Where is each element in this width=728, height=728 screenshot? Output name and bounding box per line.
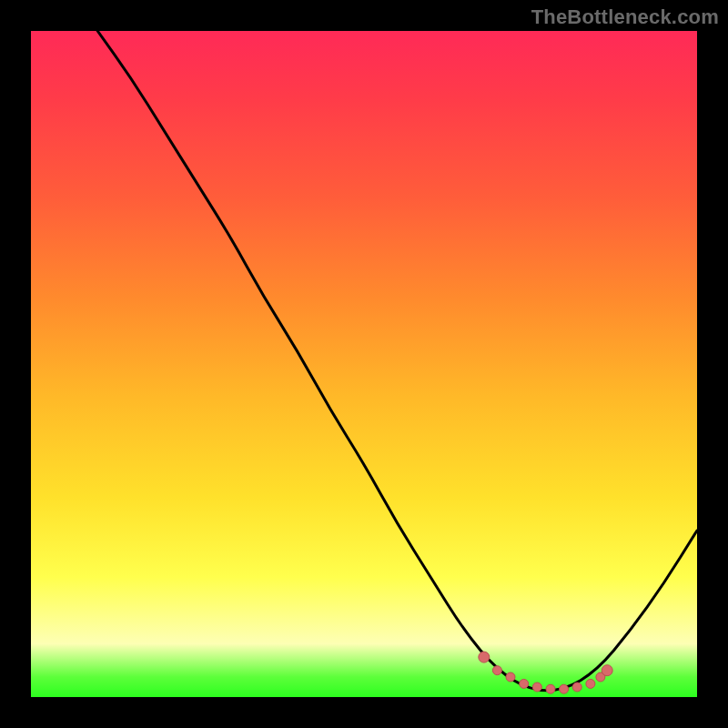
valley-marker: [546, 684, 555, 693]
chart-plot-area: [31, 31, 697, 697]
valley-marker: [572, 682, 581, 692]
valley-marker: [602, 665, 612, 676]
chart-svg: [31, 31, 697, 697]
watermark: TheBottleneck.com: [531, 5, 719, 29]
valley-marker: [492, 666, 501, 675]
valley-marker: [506, 672, 515, 682]
valley-marker: [532, 682, 541, 692]
chart-frame: TheBottleneck.com: [0, 0, 728, 728]
valley-marker: [586, 679, 595, 688]
valley-marker: [520, 679, 529, 688]
valley-marker: [560, 684, 569, 693]
bottleneck-curve: [97, 31, 697, 691]
valley-marker: [479, 652, 490, 662]
valley-marker: [596, 672, 605, 682]
marker-group: [479, 652, 612, 693]
